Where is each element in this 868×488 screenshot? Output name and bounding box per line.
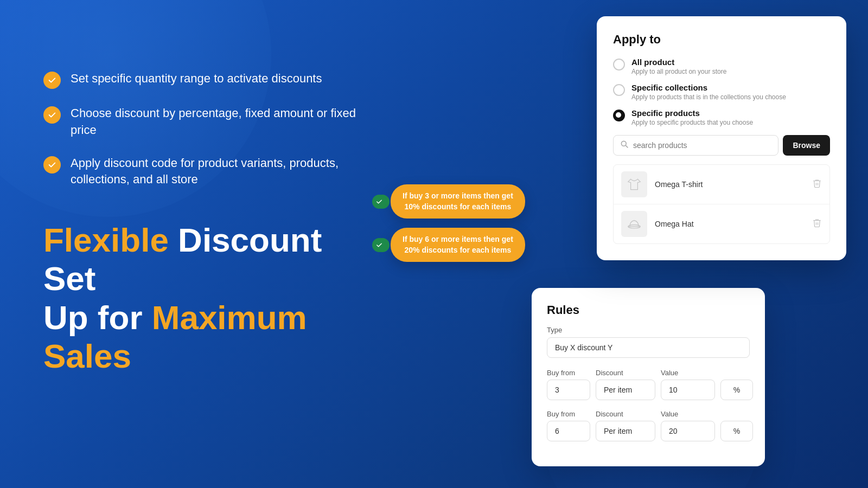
browse-button[interactable]: Browse [783, 135, 830, 156]
discount-input-1[interactable] [596, 380, 655, 400]
radio-item-all[interactable]: All product Apply to all product on your… [613, 57, 830, 75]
rule-row-1: Buy from Discount Value % [547, 369, 750, 400]
value-input-1[interactable] [661, 380, 715, 400]
rule-fields-row-1: Buy from Discount Value % [547, 369, 750, 400]
radio-group: All product Apply to all product on your… [613, 57, 830, 126]
radio-label-group-all: All product Apply to all product on your… [631, 57, 726, 75]
delete-hat-icon[interactable] [812, 218, 822, 230]
check-icon-3 [43, 156, 61, 174]
value-group-1: Value [661, 369, 715, 400]
check-icon-2 [43, 106, 61, 124]
value-label-1: Value [661, 369, 715, 377]
apply-to-title: Apply to [613, 33, 830, 47]
type-label: Type [547, 326, 750, 334]
search-icon [620, 140, 629, 151]
feature-text-1: Set specific quantity range to activate … [71, 70, 322, 87]
radio-sublabel-collections: Apply to products that is in the collect… [631, 93, 786, 101]
value-label-2: Value [661, 410, 715, 418]
discount-input-2[interactable] [596, 421, 655, 441]
radio-sublabel-products: Apply to specific products that you choo… [631, 119, 753, 126]
buy-from-input-1[interactable] [547, 380, 590, 400]
rule-row-2: Buy from Discount Value % [547, 410, 750, 441]
radio-label-all: All product [631, 57, 726, 67]
product-list: Omega T-shirt [613, 164, 830, 244]
buy-from-label-1: Buy from [547, 369, 590, 377]
buy-from-label-2: Buy from [547, 410, 590, 418]
headline-highlight-1: Flexible [43, 221, 169, 259]
rules-title: Rules [547, 303, 750, 317]
feature-text-2: Choose discount by percentage, fixed amo… [71, 105, 369, 139]
unit-group-2: % [720, 410, 753, 441]
product-thumb-tshirt [621, 171, 647, 197]
rules-card: Rules Type Buy from Discount Value [532, 288, 765, 466]
unit-label-spacer-1 [720, 369, 753, 377]
feature-item-3: Apply discount code for product variants… [43, 155, 369, 189]
value-group-2: Value [661, 410, 715, 441]
discount-group-1: Discount [596, 369, 655, 400]
product-thumb-hat [621, 211, 647, 237]
discount-group-2: Discount [596, 410, 655, 441]
headline: Flexible Discount SetUp for MaximumSales [43, 221, 369, 375]
tooltip-check-2 [372, 238, 386, 252]
tooltip-check-1 [372, 195, 386, 209]
product-name-hat: Omega Hat [655, 220, 805, 228]
radio-label-collections: Specific collections [631, 83, 786, 92]
unit-group-1: % [720, 369, 753, 400]
right-panel: Apply to All product Apply to all produc… [532, 16, 846, 472]
left-panel: Set specific quantity range to activate … [43, 70, 369, 375]
feature-text-3: Apply discount code for product variants… [71, 155, 369, 189]
discount-label-1: Discount [596, 369, 655, 377]
value-input-2[interactable] [661, 421, 715, 441]
search-input[interactable] [633, 141, 771, 150]
tooltip-bubble-1: If buy 3 or more items then get10% disco… [391, 184, 525, 219]
radio-item-products[interactable]: Specific products Apply to specific prod… [613, 108, 830, 126]
tooltip-bubble-2: If buy 6 or more items then get20% disco… [391, 228, 525, 262]
unit-label-spacer-2 [720, 410, 753, 418]
radio-label-products: Specific products [631, 108, 753, 118]
feature-list: Set specific quantity range to activate … [43, 70, 369, 188]
buy-from-group-1: Buy from [547, 369, 590, 400]
radio-label-group-products: Specific products Apply to specific prod… [631, 108, 753, 126]
radio-label-group-collections: Specific collections Apply to products t… [631, 83, 786, 101]
check-icon-1 [43, 72, 61, 89]
delete-tshirt-icon[interactable] [812, 178, 822, 190]
radio-item-collections[interactable]: Specific collections Apply to products t… [613, 83, 830, 101]
radio-sublabel-all: Apply to all product on your store [631, 68, 726, 75]
buy-from-group-2: Buy from [547, 410, 590, 441]
product-item-tshirt: Omega T-shirt [614, 165, 829, 204]
radio-circle-collections[interactable] [613, 84, 625, 96]
search-row: Browse [613, 135, 830, 156]
svg-line-1 [626, 145, 628, 147]
radio-circle-products[interactable] [613, 110, 625, 121]
unit-button-1[interactable]: % [720, 380, 753, 400]
unit-button-2[interactable]: % [720, 421, 753, 441]
feature-item-1: Set specific quantity range to activate … [43, 70, 369, 89]
product-item-hat: Omega Hat [614, 204, 829, 243]
type-input[interactable] [547, 337, 750, 358]
radio-circle-all[interactable] [613, 59, 625, 70]
feature-item-2: Choose discount by percentage, fixed amo… [43, 105, 369, 139]
tooltip-text-1: If buy 3 or more items then get10% disco… [403, 191, 513, 211]
search-input-wrapper[interactable] [613, 135, 778, 156]
discount-label-2: Discount [596, 410, 655, 418]
apply-to-card: Apply to All product Apply to all produc… [597, 16, 846, 260]
product-name-tshirt: Omega T-shirt [655, 180, 805, 189]
rule-fields-row-2: Buy from Discount Value % [547, 410, 750, 441]
buy-from-input-2[interactable] [547, 421, 590, 441]
svg-point-0 [621, 141, 626, 146]
tooltip-text-2: If buy 6 or more items then get20% disco… [403, 235, 513, 254]
